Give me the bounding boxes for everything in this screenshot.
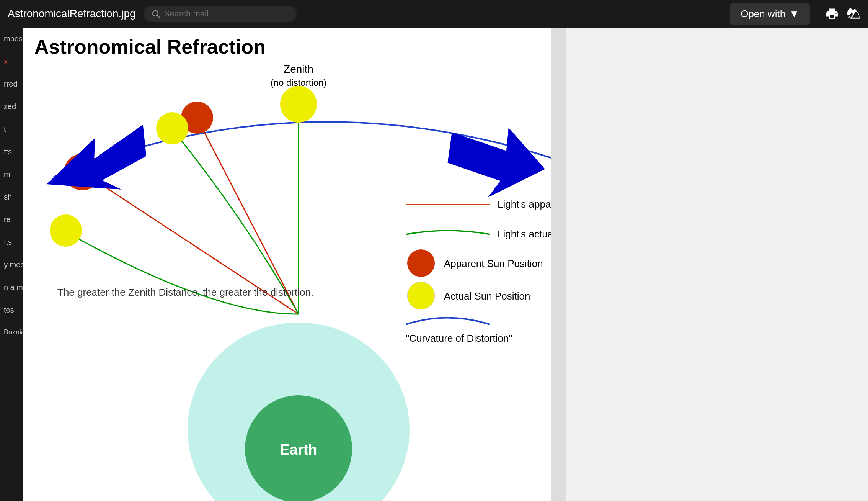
sidebar-item-its[interactable]: Its — [0, 231, 23, 254]
left-blue-arrow — [38, 121, 162, 213]
zenith-label: Zenith — [284, 63, 313, 75]
sidebar-item-snoozed[interactable]: zed — [0, 95, 23, 118]
search-area[interactable] — [144, 6, 297, 22]
actual-sun-mid — [156, 112, 188, 144]
print-icon[interactable] — [825, 7, 839, 21]
legend-actual-sun-label: Actual Sun Position — [444, 290, 530, 302]
legend-curvature-line — [406, 318, 490, 325]
sidebar-item-m[interactable]: m — [0, 163, 23, 186]
sidebar-item-meeting[interactable]: n a mee — [0, 276, 23, 299]
sidebar-item-drafts[interactable]: fts — [0, 141, 23, 163]
svg-line-1 — [157, 15, 160, 18]
svg-point-0 — [153, 11, 158, 16]
right-blue-arrow — [438, 114, 553, 210]
legend-apparent-sun-circle — [407, 249, 435, 277]
diagram-svg: Zenith (no distortion) Earth — [23, 28, 566, 501]
sidebar-item-re[interactable]: re — [0, 208, 23, 231]
sidebar-item-t[interactable]: t — [0, 118, 23, 141]
legend-actual-sun-circle — [407, 282, 435, 309]
sidebar-item-inbox[interactable]: x — [0, 50, 23, 73]
actual-sun-zenith — [280, 86, 317, 123]
sidebar-item-meet[interactable]: y meet — [0, 254, 23, 276]
actual-sun-far-left — [50, 214, 82, 247]
sidebar: mpose x rred zed t fts m sh re Its y mee… — [0, 28, 23, 501]
open-with-button[interactable]: Open with ▼ — [730, 3, 810, 25]
legend-apparent-sun-label: Apparent Sun Position — [444, 258, 543, 269]
earth-label: Earth — [280, 442, 317, 458]
drive-icon[interactable] — [847, 7, 860, 21]
diagram-container: Astronomical Refraction Zenith (no disto… — [23, 28, 566, 501]
topbar: AstronomicalRefraction.jpg Open with ▼ — [0, 0, 868, 28]
main-content: Astronomical Refraction Zenith (no disto… — [23, 28, 868, 501]
sidebar-item-compose[interactable]: mpose — [0, 28, 23, 50]
sidebar-item-sh[interactable]: sh — [0, 186, 23, 208]
search-icon — [151, 9, 160, 18]
legend-curvature-label: "Curvature of Distortion" — [406, 332, 512, 344]
sidebar-item-contacts[interactable]: Boznianin, mike ALLEN — [0, 321, 23, 343]
filename-label: AstronomicalRefraction.jpg — [8, 8, 136, 20]
sidebar-item-notes[interactable]: tes — [0, 299, 23, 321]
atmosphere-ellipse — [188, 323, 410, 501]
top-icons — [825, 7, 860, 21]
apparent-path-2 — [196, 117, 299, 314]
sidebar-item-starred[interactable]: rred — [0, 73, 23, 95]
actual-path-1 — [67, 232, 299, 314]
zenith-dist-note: The greater the Zenith Distance, the gre… — [57, 287, 313, 298]
search-input[interactable] — [164, 9, 279, 19]
scrollbar[interactable] — [551, 28, 566, 501]
legend-actual-line — [406, 231, 490, 234]
